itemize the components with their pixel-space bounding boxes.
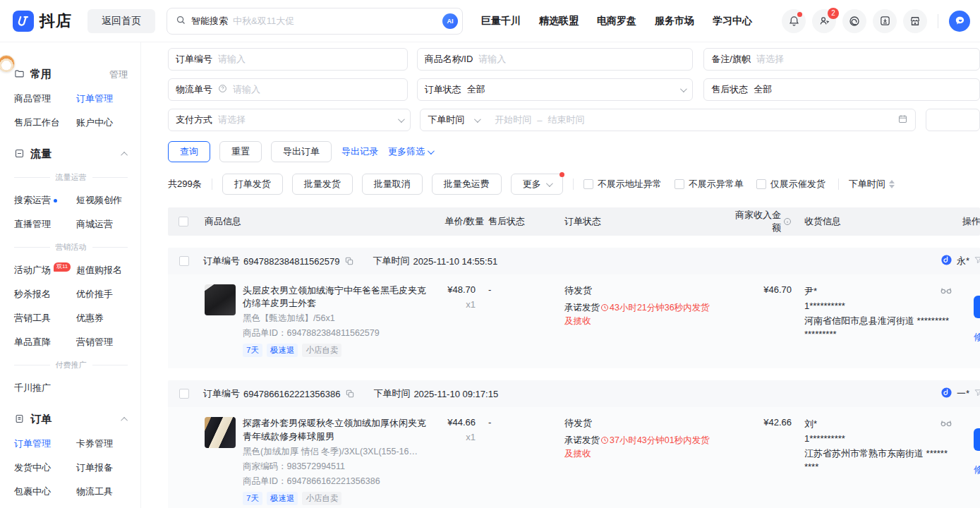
copy-icon[interactable] <box>344 256 354 266</box>
filter-remark-flag[interactable]: 备注/旗帜 请选择 <box>703 48 980 71</box>
reset-button[interactable]: 重置 <box>219 141 262 162</box>
checkbox-icon[interactable] <box>674 179 684 189</box>
sidebar-item-single-discount[interactable]: 单品直降 <box>14 336 76 349</box>
filter-order-status-select[interactable]: 订单状态 全部 <box>417 78 694 101</box>
product-thumbnail[interactable] <box>205 417 236 448</box>
doudian-logo-icon <box>13 11 34 32</box>
filter-time-range[interactable]: 下单时间 开始时间 – 结束时间 <box>420 109 916 131</box>
funnel-flag-icon[interactable] <box>974 388 980 399</box>
sidebar-item-qianchuan-promo[interactable]: 千川推广 <box>14 382 76 394</box>
sidebar-item-logistics-tools[interactable]: 物流工具 <box>76 485 131 498</box>
hide-address-abnormal-checkbox[interactable]: 不展示地址异常 <box>583 178 662 190</box>
order-checkbox[interactable] <box>179 256 189 266</box>
smart-search-input[interactable]: 智能搜索 中秋&双11大促 AI <box>167 8 463 35</box>
product-title[interactable]: 探露者外套男保暖秋冬立领加绒加厚休闲夹克青年绒款修身棒球服男 <box>243 417 428 442</box>
calendar-icon[interactable] <box>897 114 908 126</box>
sidebar-item-live-manage[interactable]: 直播管理 <box>14 218 76 231</box>
product-title[interactable]: 头层皮衣男立领加绒海宁中年爸爸黑毛皮夹克仿绵羊皮男士外套 <box>243 284 428 310</box>
glasses-view-icon[interactable] <box>940 286 952 297</box>
clock-icon <box>600 303 609 312</box>
sort-by-order-time[interactable]: 下单时间 <box>849 178 895 190</box>
sidebar-item-coupons[interactable]: 优惠券 <box>76 312 131 325</box>
print-ship-button[interactable]: 打单发货 <box>222 174 283 195</box>
pigeon-chat-button[interactable] <box>949 11 970 32</box>
primary-action-button-clipped[interactable] <box>974 428 980 451</box>
sidebar-item-activity-plaza[interactable]: 活动广场双11 <box>14 264 76 277</box>
sidebar-item-aftersale-workbench-common[interactable]: 售后工作台 <box>14 116 76 129</box>
order-checkbox[interactable] <box>179 389 189 399</box>
batch-ship-button[interactable]: 批量发货 <box>292 174 353 195</box>
copy-icon[interactable] <box>345 389 355 399</box>
select-all-checkbox[interactable] <box>179 217 188 226</box>
mascot-pet-widget[interactable] <box>0 55 15 72</box>
sidebar-item-marketing-tools[interactable]: 营销工具 <box>14 312 76 325</box>
shop-apps-button[interactable] <box>903 9 927 33</box>
filter-aftersale-status-select[interactable]: 售后状态 全部 <box>703 78 980 101</box>
sidebar-item-ship-center[interactable]: 发货中心 <box>14 461 76 474</box>
hide-abnormal-order-checkbox[interactable]: 不展示异常单 <box>674 178 744 190</box>
nav-service-market[interactable]: 服务市场 <box>655 15 694 28</box>
buyer-name: 一* <box>957 387 969 400</box>
price-cell: ¥44.66 x1 <box>444 417 488 442</box>
batch-free-shipping-button[interactable]: 批量免运费 <box>432 174 502 195</box>
chevron-up-icon[interactable] <box>121 152 128 159</box>
more-batch-button[interactable]: 更多 <box>511 174 563 195</box>
filter-tracking-no[interactable]: 物流单号 请输入 <box>168 78 408 101</box>
export-orders-button[interactable]: 导出订单 <box>271 141 332 162</box>
sidebar-item-card-coupon[interactable]: 卡券管理 <box>76 437 131 450</box>
sidebar-item-order-report[interactable]: 订单报备 <box>76 461 131 474</box>
batch-cancel-button[interactable]: 批量取消 <box>362 174 423 195</box>
time-start-placeholder[interactable]: 开始时间 <box>495 114 531 126</box>
glasses-view-icon[interactable] <box>940 418 952 430</box>
sidebar-item-search-ops[interactable]: 搜索运营 <box>14 194 76 207</box>
order-body-row: 探露者外套男保暖秋冬立领加绒加厚休闲夹克青年绒款修身棒球服男 黑色(加绒加厚 情… <box>168 407 980 508</box>
nav-learning[interactable]: 学习中心 <box>713 15 752 28</box>
sidebar-item-mall-ops[interactable]: 商城运营 <box>76 218 131 231</box>
notification-bell-button[interactable] <box>782 9 806 33</box>
sidebar-item-package-center[interactable]: 包裹中心 <box>14 485 76 498</box>
sidebar-item-account-center[interactable]: 账户中心 <box>76 116 131 129</box>
sidebar-item-product-manage[interactable]: 商品管理 <box>14 92 76 105</box>
product-item-id: 商品单ID：6947882384811562579 <box>243 327 428 339</box>
service-swirl-button[interactable] <box>842 9 866 33</box>
doudian-logo[interactable]: 抖店 <box>13 11 72 32</box>
only-urged-checkbox[interactable]: 仅展示催发货 <box>756 178 825 190</box>
info-icon[interactable] <box>783 217 792 226</box>
ai-assistant-icon[interactable]: AI <box>442 13 458 29</box>
chevron-up-icon[interactable] <box>121 417 128 424</box>
more-filters-link[interactable]: 更多筛选 <box>388 145 432 158</box>
sidebar-item-short-video[interactable]: 短视频创作 <box>76 194 131 207</box>
nav-qianchuan[interactable]: 巨量千川 <box>481 15 521 28</box>
nav-jingxuan[interactable]: 精选联盟 <box>539 15 579 28</box>
checkbox-icon[interactable] <box>583 179 593 189</box>
sidebar-item-price-pusher[interactable]: 优价推手 <box>76 288 131 301</box>
sort-icon <box>889 180 895 188</box>
sidebar-item-value-buy[interactable]: 超值购报名 <box>76 264 131 277</box>
filter-clipped-field[interactable] <box>926 109 980 131</box>
section-traffic: 流量 <box>14 147 128 161</box>
funnel-flag-icon[interactable] <box>974 255 980 267</box>
nav-luopan[interactable]: 电商罗盘 <box>597 15 636 28</box>
filter-pay-method-select[interactable]: 支付方式 请选择 <box>168 109 411 131</box>
manage-link[interactable]: 管理 <box>109 68 128 81</box>
sidebar-item-order-manage[interactable]: 订单管理 <box>14 437 76 450</box>
filter-order-no[interactable]: 订单编号 请输入 <box>168 48 408 71</box>
download-client-button[interactable] <box>873 9 897 33</box>
receiver-address: 河南省信阳市息县淮河街道 ****************** <box>804 314 951 341</box>
sidebar-item-seckill[interactable]: 秒杀报名 <box>14 288 76 301</box>
primary-action-button-clipped[interactable] <box>974 296 980 318</box>
query-button[interactable]: 查询 <box>168 141 210 162</box>
product-thumbnail[interactable] <box>205 284 236 315</box>
back-home-button[interactable]: 返回首页 <box>87 9 155 33</box>
export-log-link[interactable]: 导出记录 <box>341 145 378 158</box>
sidebar-item-marketing-manage[interactable]: 营销管理 <box>76 336 131 349</box>
checkbox-icon[interactable] <box>756 179 766 189</box>
receiver-cell: 尹* 1********** 河南省信阳市息县淮河街道 ************… <box>794 284 962 341</box>
chevron-down-icon <box>428 147 435 155</box>
modify-address-link[interactable]: 修 <box>974 464 980 476</box>
sidebar-item-order-manage-common[interactable]: 订单管理 <box>76 92 131 105</box>
filter-product-name[interactable]: 商品名称/ID 请输入 <box>417 48 694 71</box>
modify-address-link[interactable]: 修 <box>974 331 980 344</box>
time-end-placeholder[interactable]: 结束时间 <box>548 114 892 126</box>
contacts-button[interactable]: 2 <box>812 9 836 33</box>
